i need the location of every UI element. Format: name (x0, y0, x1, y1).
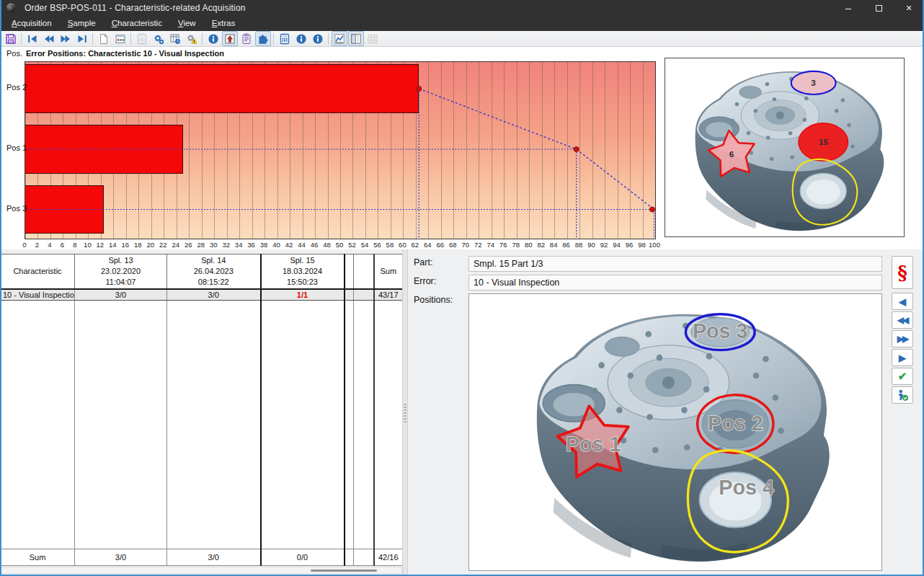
menu-item-view[interactable]: View (170, 16, 204, 31)
nav-last-icon (76, 33, 88, 45)
characteristics-table: CharacteristicSpl. 13 23.02.2020 11:04:0… (0, 254, 403, 566)
confirm-button[interactable]: ✔ (892, 368, 913, 385)
part-preview-image[interactable]: 6 15 3 (665, 58, 905, 237)
last-error-button[interactable]: ▶▶ (892, 330, 913, 347)
window-border-left (0, 0, 1, 576)
pareto-point (574, 146, 579, 151)
pos2-label: Pos 2 (708, 412, 763, 435)
pareto-point (417, 86, 422, 91)
minimize-button[interactable]: – (833, 0, 863, 16)
pareto-plot-area[interactable] (25, 61, 656, 239)
chart-axis-label: Pos. (6, 49, 22, 58)
catalog-button[interactable]: § (892, 256, 913, 289)
toolbar-separator (328, 33, 329, 45)
horizontal-scrollbar[interactable] (0, 567, 402, 574)
toolbar-first-record-button[interactable] (25, 31, 40, 46)
positions-image[interactable]: Pos 1 Pos 2 Pos 3 Pos 4 (468, 293, 882, 571)
scrollbar-thumb[interactable] (311, 570, 377, 572)
sum-value-cell: 3/0 (167, 549, 261, 566)
empty-cell (374, 301, 403, 549)
toolbar-alarm-settings-button[interactable] (184, 31, 200, 46)
gear-warn-icon (186, 33, 197, 45)
value-cell[interactable] (345, 289, 354, 301)
paragraph-icon: § (897, 263, 907, 282)
menu-item-sample[interactable]: Sample (60, 16, 104, 31)
toolbar-report-button[interactable] (239, 31, 254, 46)
error-field[interactable]: 10 - Visual Inspection (468, 275, 882, 291)
toolbar-info-sample-button[interactable] (293, 31, 309, 46)
splitter-grip-icon (404, 404, 407, 422)
value-cell[interactable]: 1/1 (261, 289, 345, 301)
next-error-button[interactable]: ▶ (892, 349, 913, 366)
toolbar-next-record-button[interactable] (58, 31, 74, 46)
panel-splitter[interactable] (402, 249, 408, 576)
toolbar-table-view-button[interactable] (365, 31, 381, 46)
toolbar-calculator-button[interactable] (134, 31, 150, 46)
toolbar-separator (21, 33, 22, 45)
pareto-cumulative-line (25, 62, 655, 239)
window-title: Order BSP-POS-011 - Characteristic-relat… (25, 3, 246, 13)
col-header-3[interactable]: Spl. 15 18.03.2024 15:50:23 (261, 254, 345, 289)
value-cell[interactable]: 3/0 (75, 289, 167, 301)
col-header-0[interactable]: Characteristic (1, 254, 75, 289)
maximize-button[interactable] (863, 0, 894, 16)
y-category-label: Pos 3 (6, 204, 27, 213)
menu-item-extras[interactable]: Extras (204, 16, 244, 31)
toolbar-split-view-button[interactable] (348, 31, 364, 46)
error-label: Error: (414, 276, 436, 286)
nav-prev-icon (43, 33, 55, 45)
position-region-pos2[interactable]: 15 (799, 123, 848, 161)
part-field[interactable]: Smpl. 15 Part 1/3 (468, 256, 882, 272)
lower-section: CharacteristicSpl. 13 23.02.2020 11:04:0… (0, 249, 924, 576)
toolbar-sample-history-button[interactable] (167, 31, 183, 46)
toolbar-new-document-button[interactable] (96, 31, 112, 46)
col-header-6[interactable]: Sum (374, 254, 403, 289)
toolbar-save-button[interactable] (3, 31, 19, 46)
toolbar-info-order-button[interactable] (310, 31, 326, 46)
toolbar-info-characteristic-button[interactable] (205, 31, 221, 46)
pos3-label: Pos 3 (693, 319, 748, 342)
save-icon (5, 33, 17, 45)
positions-label: Positions: (414, 295, 453, 305)
col-header-1[interactable]: Spl. 13 23.02.2020 11:04:07 (75, 254, 167, 289)
characteristic-cell[interactable]: 10 - Visual Inspection (1, 289, 75, 301)
person-check-icon (896, 389, 909, 402)
first-error-button[interactable]: ◀◀ (892, 311, 913, 329)
value-cell[interactable]: 43/17 (374, 289, 403, 301)
menu-item-acquisition[interactable]: Acquisition (4, 16, 60, 31)
up-box-icon (224, 33, 236, 45)
pareto-point (649, 207, 654, 212)
sum-label-cell: Sum (1, 549, 75, 566)
y-category-label: Pos 1 (6, 143, 27, 152)
arrow-right-icon: ▶ (899, 353, 906, 363)
value-cell[interactable]: 3/0 (167, 289, 261, 301)
close-button[interactable]: × (894, 0, 924, 16)
toolbar-separator (92, 33, 93, 45)
nav-first-icon (27, 33, 38, 45)
confirm-position-button[interactable] (892, 386, 913, 404)
col-header-2[interactable]: Spl. 14 26.04.2023 08:15:22 (167, 254, 261, 289)
previous-error-button[interactable]: ◀ (892, 293, 913, 310)
sum-value-cell: 3/0 (75, 549, 167, 566)
toolbar-previous-record-button[interactable] (41, 31, 57, 46)
value-cell[interactable] (354, 289, 374, 301)
pos2-label: 15 (819, 137, 829, 146)
y-category-label: Pos 2 (6, 83, 27, 92)
toolbar-separator (273, 33, 274, 45)
toolbar-input-form-button[interactable] (112, 31, 128, 46)
col-header-5[interactable] (354, 254, 374, 289)
empty-cell (345, 301, 354, 549)
toolbar-additional-data-button[interactable] (255, 31, 271, 46)
toolbar-statistics-calculator-button[interactable] (277, 31, 293, 46)
check-icon: ✔ (898, 370, 907, 383)
part-label: Part: (414, 257, 432, 267)
part-3d-image: 6 15 3 (665, 58, 904, 236)
toolbar-upload-values-button[interactable] (222, 31, 238, 46)
toolbar-value-chart-button[interactable] (332, 31, 347, 46)
toolbar-characteristic-settings-button[interactable] (151, 31, 166, 46)
menu-item-characteristic[interactable]: Characteristic (104, 16, 170, 31)
col-header-4[interactable] (345, 254, 354, 289)
arrow-double-right-icon: ▶▶ (897, 334, 907, 344)
toolbar-last-record-button[interactable] (74, 31, 90, 46)
position-region-pos3[interactable]: 3 (791, 71, 836, 94)
